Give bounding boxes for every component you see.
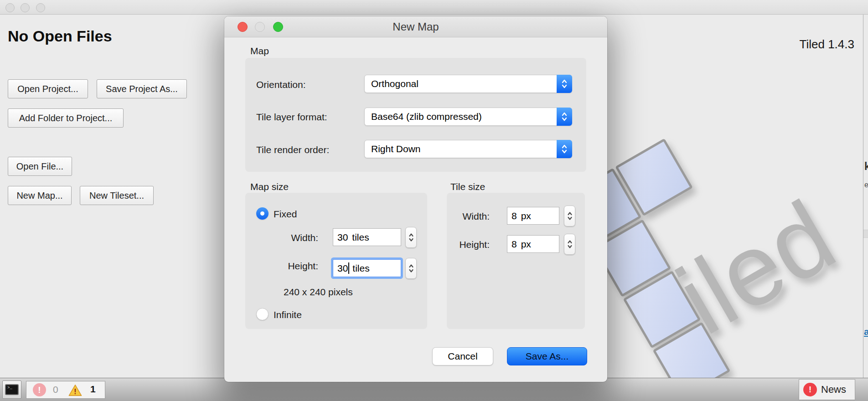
popup-arrows-icon [557, 140, 572, 158]
map-height-stepper[interactable] [405, 258, 417, 279]
map-width-stepper[interactable] [405, 227, 417, 248]
warning-icon: ! [68, 384, 82, 398]
tile-height-input[interactable]: 8px [507, 235, 559, 253]
error-count: 0 [53, 384, 58, 395]
open-file-button[interactable]: Open File... [8, 157, 72, 176]
tile-render-order-value: Right Down [371, 140, 421, 158]
news-button-label: News [821, 384, 846, 396]
console-toggle-button[interactable]: >_ [2, 380, 21, 399]
cancel-button[interactable]: Cancel [432, 347, 493, 365]
fixed-radio[interactable] [256, 207, 269, 220]
page-title: No Open Files [8, 27, 112, 45]
map-width-input[interactable]: 30tiles [333, 228, 401, 246]
svg-text:!: ! [74, 388, 76, 396]
dialog-title: New Map [224, 16, 607, 37]
tile-size-group-label: Tile size [450, 181, 485, 192]
fixed-radio-label: Fixed [274, 209, 297, 220]
map-height-label: Height: [274, 261, 318, 272]
map-height-input[interactable]: 30tiles [333, 259, 401, 277]
clipped-divider [863, 230, 868, 238]
tile-render-order-label: Tile render order: [256, 144, 329, 155]
infinite-radio-label: Infinite [274, 309, 302, 320]
minimize-window-button[interactable] [21, 3, 30, 12]
app-version-label: Tiled 1.4.3 [800, 37, 854, 51]
close-window-button[interactable] [5, 3, 15, 12]
warning-count: 1 [90, 384, 96, 395]
tile-width-stepper[interactable] [564, 206, 575, 226]
orientation-value: Orthogonal [371, 75, 418, 93]
save-as-button[interactable]: Save As... [507, 347, 587, 365]
zoom-window-button[interactable] [36, 3, 45, 12]
tile-height-stepper[interactable] [564, 234, 575, 255]
pixel-size-summary: 240 x 240 pixels [284, 287, 353, 298]
watermark-text: iled [659, 179, 852, 356]
map-group-label: Map [250, 46, 269, 57]
console-icon: >_ [5, 384, 19, 395]
map-width-label: Width: [279, 232, 318, 243]
news-button[interactable]: ! News [799, 379, 855, 400]
save-project-as-button[interactable]: Save Project As... [97, 79, 187, 98]
tile-render-order-select[interactable]: Right Down [364, 140, 572, 158]
issues-counter-panel[interactable]: ! 0 ! 1 [26, 381, 105, 399]
tile-layer-format-value: Base64 (zlib compressed) [371, 108, 482, 125]
text-cursor [348, 262, 349, 274]
main-window-titlebar [0, 0, 868, 15]
clipped-text-fragment: e [864, 181, 868, 189]
dialog-titlebar[interactable]: New Map [224, 16, 607, 37]
tile-height-label: Height: [444, 239, 490, 250]
tile-width-input[interactable]: 8px [507, 207, 559, 225]
error-icon: ! [33, 383, 46, 396]
new-map-button[interactable]: New Map... [8, 186, 72, 205]
popup-arrows-icon [557, 108, 572, 126]
tile-layer-format-select[interactable]: Base64 (zlib compressed) [364, 108, 572, 126]
map-size-group-label: Map size [250, 181, 289, 192]
tile-width-label: Width: [444, 211, 490, 222]
orientation-label: Orientation: [256, 79, 306, 90]
add-folder-to-project-button[interactable]: Add Folder to Project... [8, 108, 124, 128]
new-tileset-button[interactable]: New Tileset... [80, 186, 154, 205]
clipped-link-fragment[interactable]: a [864, 326, 868, 337]
popup-arrows-icon [557, 75, 572, 93]
right-edge-panel: k e a [863, 15, 868, 378]
news-alert-icon: ! [803, 383, 817, 396]
clipped-text-fragment: k [864, 160, 868, 173]
open-project-button[interactable]: Open Project... [8, 79, 88, 98]
infinite-radio[interactable] [256, 308, 269, 320]
new-map-dialog: New Map Map Orientation: Orthogonal Tile… [224, 16, 607, 382]
tile-layer-format-label: Tile layer format: [256, 112, 327, 123]
orientation-select[interactable]: Orthogonal [364, 75, 572, 93]
